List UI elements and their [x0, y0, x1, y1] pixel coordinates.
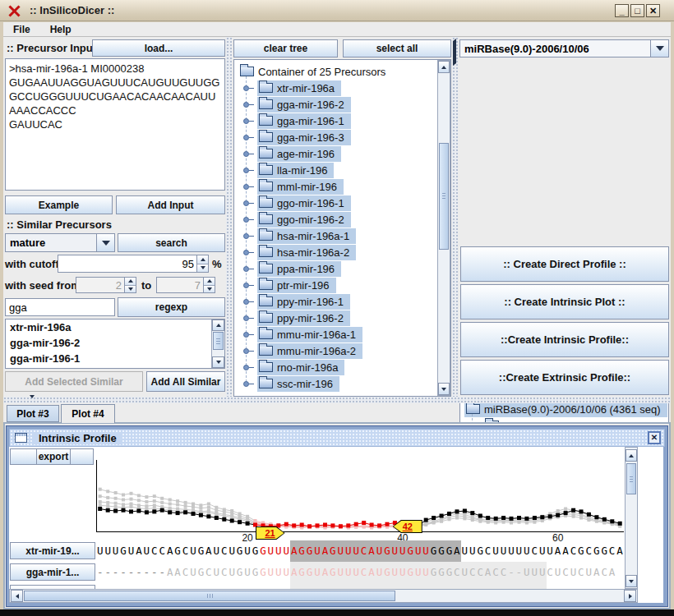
tree-handle-icon[interactable]: [243, 299, 249, 305]
tree-item[interactable]: mmu-mir-196a-1: [243, 326, 362, 342]
cutoff-spinner[interactable]: 95: [58, 255, 209, 273]
tree-handle-icon[interactable]: [243, 283, 249, 288]
tree-item[interactable]: ssc-mir-196: [243, 375, 339, 392]
scroll-thumb[interactable]: [626, 463, 636, 494]
tree-item[interactable]: ptr-mir-196: [243, 277, 336, 293]
create-profile-button-1[interactable]: :: Create Intrinsic Plot ::: [460, 284, 669, 319]
regexp-input[interactable]: gga: [5, 298, 115, 316]
scroll-thumb[interactable]: [24, 591, 395, 601]
tree-item[interactable]: ggo-mir-196-1: [243, 195, 351, 211]
tree-handle-icon[interactable]: [243, 315, 249, 321]
precursor-tree[interactable]: Container of 25 Precursorsxtr-mir-196agg…: [233, 59, 451, 397]
cutoff-up-icon[interactable]: [197, 255, 208, 264]
seed-to-spinner[interactable]: 7: [156, 277, 215, 293]
tree-handle-icon[interactable]: [243, 250, 249, 255]
sequence-label-button[interactable]: gga-mir-1...: [10, 563, 95, 581]
tree-item[interactable]: ppa-mir-196: [243, 260, 341, 277]
tree-item[interactable]: lla-mir-196: [243, 162, 334, 178]
add-input-button[interactable]: Add Input: [116, 195, 225, 214]
tree-item[interactable]: hsa-mir-196a-2: [243, 244, 356, 260]
seed-to-down-icon[interactable]: [204, 286, 215, 293]
list-item[interactable]: gga-mir-196-1: [6, 351, 224, 366]
create-profile-button-2[interactable]: ::Create Intrinsic Profile::: [460, 322, 669, 357]
similar-results-list[interactable]: xtr-mir-196agga-mir-196-2gga-mir-196-1gg…: [5, 319, 225, 369]
scroll-up-icon[interactable]: [212, 319, 224, 331]
frame-maximize-icon[interactable]: ✕: [648, 431, 661, 444]
regexp-button[interactable]: regexp: [118, 297, 225, 317]
tree-handle-icon[interactable]: [243, 365, 249, 370]
tree-item[interactable]: mml-mir-196: [243, 178, 344, 195]
tree-handle-icon[interactable]: [243, 381, 249, 387]
tree-item[interactable]: gga-mir-196-3: [243, 129, 351, 145]
load-button[interactable]: load...: [92, 39, 225, 57]
close-button[interactable]: ✕: [646, 4, 660, 17]
tree-handle-icon[interactable]: [243, 85, 249, 91]
tab-plot-4[interactable]: Plot #4: [61, 404, 115, 423]
tree-handle-icon[interactable]: [243, 266, 249, 272]
tree-handle-icon[interactable]: [243, 184, 249, 190]
splitter-collapse-right-icon[interactable]: [453, 49, 456, 64]
seed-from-down-icon[interactable]: [125, 286, 136, 293]
select-all-button[interactable]: select all: [343, 39, 451, 57]
list-item[interactable]: gga-mir-196-2: [6, 335, 224, 351]
scroll-thumb[interactable]: [213, 332, 224, 350]
scroll-down-icon[interactable]: [212, 356, 224, 368]
clear-tree-button[interactable]: clear tree: [233, 39, 338, 57]
tree-handle-icon[interactable]: [243, 332, 249, 338]
tree-handle-icon[interactable]: [243, 217, 249, 223]
similar-list-scrollbar[interactable]: [211, 319, 224, 368]
tree-item[interactable]: hsa-mir-196a-1: [243, 228, 356, 244]
scroll-down-icon[interactable]: [626, 575, 637, 587]
scroll-left-icon[interactable]: [11, 590, 23, 602]
tree-handle-icon[interactable]: [243, 102, 249, 108]
create-profile-button-3[interactable]: ::Create Extrinsic Profile::: [460, 360, 669, 395]
mature-combobox[interactable]: mature: [5, 233, 115, 252]
tree-handle-icon[interactable]: [243, 151, 249, 157]
tree-root[interactable]: miRBase(9.0)-2006/10/06 (4361 seq): [464, 401, 667, 417]
tree-item[interactable]: gga-mir-196-2: [243, 96, 351, 113]
scroll-up-icon[interactable]: [438, 61, 450, 73]
add-all-similar-button[interactable]: Add All Similar: [146, 371, 225, 392]
tab-plot-3[interactable]: Plot #3: [7, 405, 59, 422]
cutoff-down-icon[interactable]: [197, 264, 208, 273]
seed-from-up-icon[interactable]: [125, 278, 136, 286]
tree-handle-icon[interactable]: [243, 200, 249, 206]
scroll-thumb[interactable]: [439, 143, 449, 250]
database-combobox[interactable]: miRBase(9.0)-2006/10/06: [459, 39, 669, 57]
example-button[interactable]: Example: [5, 195, 113, 214]
combo-arrow-icon[interactable]: [96, 234, 114, 251]
scroll-down-icon[interactable]: [438, 383, 450, 395]
tree-item[interactable]: ggo-mir-196-2: [243, 211, 351, 228]
precursor-input-textarea[interactable]: >hsa-mir-196a-1 MI0000238 GUGAAUUAGGUAGU…: [5, 58, 225, 191]
tree-handle-icon[interactable]: [243, 168, 249, 173]
tree-item[interactable]: ppy-mir-196-1: [243, 293, 350, 310]
tree-item[interactable]: xtr-mir-196a: [243, 80, 341, 96]
menu-help[interactable]: Help: [50, 24, 72, 35]
menu-file[interactable]: File: [13, 24, 30, 35]
combo-arrow-icon[interactable]: [650, 40, 668, 57]
tree-root[interactable]: Container of 25 Precursors: [238, 63, 392, 80]
tree-item[interactable]: rno-mir-196a: [243, 359, 344, 375]
tree-handle-icon[interactable]: [243, 118, 249, 124]
sequence-label-button[interactable]: xtr-mir-19...: [10, 542, 95, 559]
maximize-button[interactable]: □: [630, 4, 644, 17]
add-selected-similar-button[interactable]: Add Selected Similar: [5, 371, 143, 392]
tree-handle-icon[interactable]: [243, 348, 249, 354]
splitter-right[interactable]: [452, 37, 458, 397]
search-button[interactable]: search: [118, 233, 225, 252]
plot-vertical-scrollbar[interactable]: [625, 447, 638, 589]
export-button[interactable]: export: [36, 448, 71, 465]
seed-to-up-icon[interactable]: [204, 278, 215, 286]
list-item[interactable]: gga-mir-196-3: [6, 366, 224, 369]
tree-handle-icon[interactable]: [243, 135, 249, 140]
list-item[interactable]: xtr-mir-196a: [6, 319, 224, 335]
tree-item[interactable]: mmu-mir-196a-2: [243, 342, 362, 359]
create-profile-button-0[interactable]: :: Create Direct Profile ::: [460, 246, 669, 282]
tree-item[interactable]: age-mir-196: [243, 145, 341, 162]
precursor-tree-scrollbar[interactable]: [437, 60, 450, 396]
minimize-button[interactable]: _: [615, 4, 629, 17]
scroll-right-icon[interactable]: [624, 590, 636, 602]
plot-horizontal-scrollbar[interactable]: [9, 589, 638, 603]
scroll-up-icon[interactable]: [626, 449, 637, 462]
splitter-horizontal[interactable]: [3, 397, 671, 403]
